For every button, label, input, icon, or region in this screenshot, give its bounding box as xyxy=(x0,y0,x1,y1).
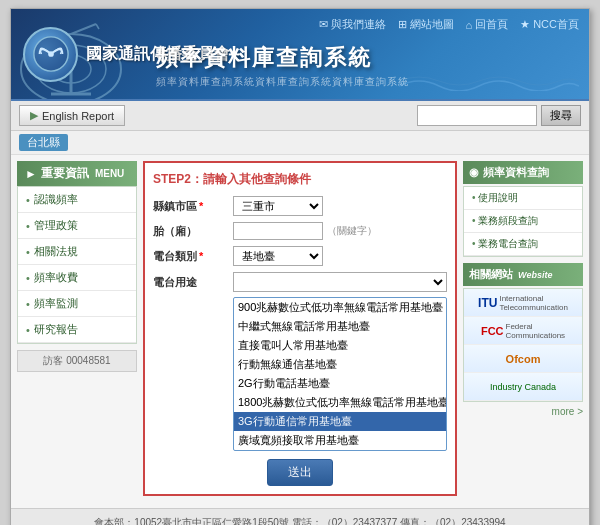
label-category: 電台類別* xyxy=(153,249,233,264)
logo-circle xyxy=(23,27,78,82)
arrow-icon: ▶ xyxy=(30,109,38,122)
dropdown-list[interactable]: 900兆赫數位式低功率無線電話常用基地臺 中繼式無線電話常用基地臺 直接電叫人常… xyxy=(233,295,447,451)
keyword-hint: （關鍵字） xyxy=(327,224,377,238)
toolbar: ▶ English Report 搜尋 xyxy=(11,99,589,131)
label-district: 縣鎮市區* xyxy=(153,199,233,214)
form-row-district: 縣鎮市區* 三重市 xyxy=(153,196,447,216)
form-row-purpose: 電台用途 900兆赫數位式低功率無線電話常用基地臺 中繼式無線電話常用基地臺 xyxy=(153,272,447,451)
nav-contact[interactable]: ✉ 與我們連絡 xyxy=(319,17,386,32)
svg-point-8 xyxy=(48,51,54,57)
option-mobile[interactable]: 行動無線通信基地臺 xyxy=(234,355,446,374)
related-sites-box: ITU InternationalTelecommunication FCC F… xyxy=(463,288,583,402)
footer-hq: 會本部：10052臺北市中正區仁愛路1段50號 電話：（02）23437377 … xyxy=(21,515,579,525)
left-sidebar: ► 重要資訊 MENU 認識頻率 管理政策 相關法規 頻率收費 頻率監測 研究報… xyxy=(17,161,137,502)
breadcrumb-tag: 台北縣 xyxy=(19,134,68,151)
option-3g[interactable]: 3G行動通信常用基地臺 xyxy=(234,412,446,431)
sidebar-item-research[interactable]: 研究報告 xyxy=(18,317,136,343)
label-purpose: 電台用途 xyxy=(153,275,233,290)
sidebar-item-policy[interactable]: 管理政策 xyxy=(18,213,136,239)
header: 國家通訊傳播委員會 ✉ 與我們連絡 ⊞ 網站地圖 ⌂ 回首頁 ★ NCC首頁 頻… xyxy=(11,9,589,99)
input-keyword[interactable] xyxy=(233,222,323,240)
related-sites-title: 相關網站 Website xyxy=(463,263,583,286)
purpose-listbox[interactable]: 900兆赫數位式低功率無線電話常用基地臺 中繼式無線電話常用基地臺 直接電叫人常… xyxy=(233,297,447,451)
sidebar-menu: 認識頻率 管理政策 相關法規 頻率收費 頻率監測 研究報告 xyxy=(17,186,137,344)
middle-content: STEP2：請輸入其他查詢條件 縣鎮市區* 三重市 胎（廂） （關鍵字） xyxy=(143,161,457,502)
itu-link[interactable]: ITU InternationalTelecommunication xyxy=(464,289,582,317)
option-relay[interactable]: 中繼式無線電話常用基地臺 xyxy=(234,317,446,336)
form-row-keyword: 胎（廂） （關鍵字） xyxy=(153,222,447,240)
fcc-link[interactable]: FCC FederalCommunications xyxy=(464,317,582,345)
header-nav: ✉ 與我們連絡 ⊞ 網站地圖 ⌂ 回首頁 ★ NCC首頁 xyxy=(319,17,580,32)
sidebar-item-freq[interactable]: 認識頻率 xyxy=(18,187,136,213)
option-2g[interactable]: 2G行動電話基地臺 xyxy=(234,374,446,393)
submit-row: 送出 xyxy=(153,459,447,486)
option-1800[interactable]: 1800兆赫數位式低功率無線電話常用基地臺 xyxy=(234,393,446,412)
footer: 會本部：10052臺北市中正區仁愛路1段50號 電話：（02）23437377 … xyxy=(11,508,589,525)
sidebar-item-monitor[interactable]: 頻率監測 xyxy=(18,291,136,317)
page-title: 頻率資料庫查詢系統 xyxy=(156,43,409,73)
search-toolbar: 搜尋 xyxy=(417,105,581,126)
form-row-category: 電台類別* 基地臺 xyxy=(153,246,447,266)
search-input[interactable] xyxy=(417,105,537,126)
option-900[interactable]: 900兆赫數位式低功率無線電話常用基地臺 xyxy=(234,298,446,317)
select-purpose[interactable] xyxy=(233,272,447,292)
select-district[interactable]: 三重市 xyxy=(233,196,323,216)
breadcrumb: 台北縣 xyxy=(11,131,589,155)
english-report-button[interactable]: ▶ English Report xyxy=(19,105,125,126)
step-form-box: STEP2：請輸入其他查詢條件 縣鎮市區* 三重市 胎（廂） （關鍵字） xyxy=(143,161,457,496)
option-broadband[interactable]: 廣域寬頻接取常用基地臺 xyxy=(234,431,446,450)
freq-menu: 使用說明 業務頻段查詢 業務電台查詢 xyxy=(463,186,583,257)
search-button[interactable]: 搜尋 xyxy=(541,105,581,126)
nav-home[interactable]: ⌂ 回首頁 xyxy=(466,17,509,32)
database-icon: ◉ xyxy=(469,166,479,179)
main-content: ► 重要資訊 MENU 認識頻率 管理政策 相關法規 頻率收費 頻率監測 研究報… xyxy=(11,155,589,508)
select-category[interactable]: 基地臺 xyxy=(233,246,323,266)
ic-link[interactable]: Industry Canada xyxy=(464,373,582,401)
info-icon: ► xyxy=(25,167,37,181)
freq-query-title: ◉ 頻率資料查詢 xyxy=(463,161,583,184)
freq-item-station-query[interactable]: 業務電台查詢 xyxy=(464,233,582,256)
sidebar-item-fee[interactable]: 頻率收費 xyxy=(18,265,136,291)
sidebar-item-law[interactable]: 相關法規 xyxy=(18,239,136,265)
nav-sitemap[interactable]: ⊞ 網站地圖 xyxy=(398,17,454,32)
more-link[interactable]: more > xyxy=(463,406,583,417)
right-sidebar: ◉ 頻率資料查詢 使用說明 業務頻段查詢 業務電台查詢 相關網站 Website… xyxy=(463,161,583,502)
step-title: STEP2：請輸入其他查詢條件 xyxy=(153,171,447,188)
page-subtitle: 頻率資料庫查詢系統資料庫查詢系統資料庫查詢系統 xyxy=(156,75,409,89)
ofcom-link[interactable]: Ofcom xyxy=(464,345,582,373)
visitor-counter: 訪客 00048581 xyxy=(17,350,137,372)
sidebar-section-title: ► 重要資訊 MENU xyxy=(17,161,137,186)
option-direct[interactable]: 直接電叫人常用基地臺 xyxy=(234,336,446,355)
submit-button[interactable]: 送出 xyxy=(267,459,333,486)
label-keyword: 胎（廂） xyxy=(153,224,233,239)
nav-ncc[interactable]: ★ NCC首頁 xyxy=(520,17,579,32)
freq-item-instructions[interactable]: 使用說明 xyxy=(464,187,582,210)
freq-item-band-query[interactable]: 業務頻段查詢 xyxy=(464,210,582,233)
